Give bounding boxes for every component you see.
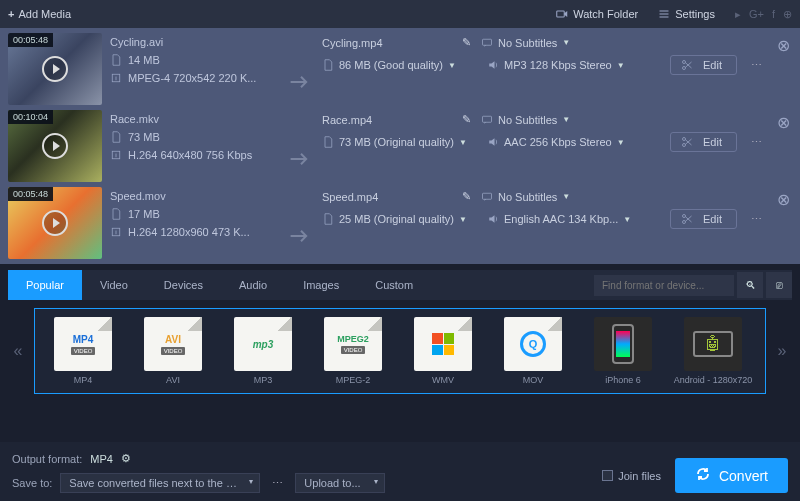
output-estimate-dropdown[interactable]: 25 MB (Original quality) ▼	[322, 213, 477, 225]
plus-icon: +	[8, 8, 14, 20]
svg-rect-0	[557, 11, 565, 17]
edit-button[interactable]: Edit	[670, 209, 737, 229]
more-options-button[interactable]: ⋯	[747, 59, 766, 72]
detect-device-button[interactable]: ⎚	[766, 272, 792, 298]
preset-avi[interactable]: AVIVIDEO AVI	[131, 317, 215, 385]
svg-rect-6	[483, 116, 492, 122]
play-overlay[interactable]	[8, 187, 102, 259]
svg-point-7	[683, 138, 686, 141]
globe-icon[interactable]: ⊕	[783, 8, 792, 21]
preset-mov[interactable]: Q MOV	[491, 317, 575, 385]
more-options-button[interactable]: ⋯	[747, 136, 766, 149]
edit-label: Edit	[703, 59, 722, 71]
subtitles-dropdown[interactable]: No Subtitles ▼	[481, 114, 570, 126]
bottom-bar: Output format: MP4 ⚙ Save to: Save conve…	[0, 442, 800, 501]
preset-sub: VIDEO	[161, 347, 186, 355]
play-overlay[interactable]	[8, 110, 102, 182]
preset-label: iPhone 6	[581, 375, 665, 385]
output-estimate-dropdown[interactable]: 86 MB (Good quality) ▼	[322, 59, 477, 71]
preset-label: MP3	[221, 375, 305, 385]
tab-custom[interactable]: Custom	[357, 270, 431, 300]
preset-label: AVI	[131, 375, 215, 385]
windows-icon	[432, 333, 454, 355]
source-size: 73 MB	[128, 131, 160, 143]
rename-icon[interactable]: ✎	[462, 36, 471, 49]
scissors-icon	[681, 136, 693, 148]
preset-mpeg2[interactable]: MPEG2VIDEO MPEG-2	[311, 317, 395, 385]
googleplus-icon[interactable]: G+	[749, 8, 764, 21]
subtitles-dropdown[interactable]: No Subtitles ▼	[481, 191, 570, 203]
save-to-dropdown[interactable]: Save converted files next to the o...	[60, 473, 260, 493]
audio-track-dropdown[interactable]: MP3 128 Kbps Stereo ▼	[487, 59, 637, 71]
output-estimate: 86 MB (Good quality)	[339, 59, 443, 71]
edit-button[interactable]: Edit	[670, 132, 737, 152]
chevron-down-icon: ▼	[617, 61, 625, 70]
quicktime-icon: Q	[520, 331, 546, 357]
settings-button[interactable]: Settings	[648, 4, 725, 24]
speaker-icon	[487, 213, 499, 225]
video-thumbnail[interactable]: 00:10:04	[8, 110, 102, 182]
info-icon	[110, 226, 122, 238]
source-info: Cycling.avi 14 MB MPEG-4 720x542 220 K..…	[110, 33, 280, 105]
preset-mp3[interactable]: mp3 MP3	[221, 317, 305, 385]
source-filename: Race.mkv	[110, 113, 159, 125]
scissors-icon	[681, 59, 693, 71]
presets-next-button[interactable]: »	[772, 342, 792, 360]
preset-search-input[interactable]	[594, 275, 734, 296]
iphone-icon	[612, 324, 634, 364]
edit-button[interactable]: Edit	[670, 55, 737, 75]
remove-item-button[interactable]: ⊗	[774, 110, 792, 132]
audio-track-dropdown[interactable]: English AAC 134 Kbp... ▼	[487, 213, 637, 225]
preset-tabs: Popular Video Devices Audio Images Custo…	[8, 270, 792, 300]
remove-item-button[interactable]: ⊗	[774, 187, 792, 209]
more-options-button[interactable]: ⋯	[747, 213, 766, 226]
audio-label: AAC 256 Kbps Stereo	[504, 136, 612, 148]
add-media-button[interactable]: + Add Media	[8, 8, 71, 20]
upload-to-dropdown[interactable]: Upload to...	[295, 473, 385, 493]
remove-item-button[interactable]: ⊗	[774, 33, 792, 55]
facebook-icon[interactable]: f	[772, 8, 775, 21]
browse-folder-button[interactable]: ⋯	[268, 477, 287, 490]
refresh-icon	[695, 466, 711, 485]
preset-iphone6[interactable]: iPhone 6	[581, 317, 665, 385]
watch-folder-label: Watch Folder	[573, 8, 638, 20]
audio-track-dropdown[interactable]: AAC 256 Kbps Stereo ▼	[487, 136, 637, 148]
youtube-icon[interactable]: ▸	[735, 8, 741, 21]
play-overlay[interactable]	[8, 33, 102, 105]
presets-prev-button[interactable]: «	[8, 342, 28, 360]
rename-icon[interactable]: ✎	[462, 190, 471, 203]
rename-icon[interactable]: ✎	[462, 113, 471, 126]
preset-wmv[interactable]: WMV	[401, 317, 485, 385]
video-thumbnail[interactable]: 00:05:48	[8, 33, 102, 105]
tab-audio[interactable]: Audio	[221, 270, 285, 300]
file-icon	[110, 131, 122, 143]
subtitles-label: No Subtitles	[498, 114, 557, 126]
search-button[interactable]: 🔍︎	[737, 272, 763, 298]
subtitle-icon	[481, 114, 493, 126]
gear-icon[interactable]: ⚙	[121, 452, 131, 465]
tab-devices[interactable]: Devices	[146, 270, 221, 300]
preset-android[interactable]: 🤖︎ Android - 1280x720	[671, 317, 755, 385]
preset-label: MPEG-2	[311, 375, 395, 385]
tab-video[interactable]: Video	[82, 270, 146, 300]
source-info: Race.mkv 73 MB H.264 640x480 756 Kbps	[110, 110, 280, 182]
file-icon	[322, 213, 334, 225]
watch-folder-button[interactable]: Watch Folder	[546, 4, 648, 24]
preset-badge: MPEG2	[337, 334, 369, 344]
svg-point-12	[683, 221, 686, 224]
output-estimate-dropdown[interactable]: 73 MB (Original quality) ▼	[322, 136, 477, 148]
subtitles-dropdown[interactable]: No Subtitles ▼	[481, 37, 570, 49]
convert-button[interactable]: Convert	[675, 458, 788, 493]
video-thumbnail[interactable]: 00:05:48	[8, 187, 102, 259]
tab-images[interactable]: Images	[285, 270, 357, 300]
preset-badge: AVI	[165, 334, 181, 345]
preset-list: MP4VIDEO MP4 AVIVIDEO AVI mp3 MP3 MPEG2V…	[34, 308, 766, 394]
preset-mp4[interactable]: MP4VIDEO MP4	[41, 317, 125, 385]
join-files-checkbox[interactable]: Join files	[602, 470, 661, 482]
tab-popular[interactable]: Popular	[8, 270, 82, 300]
chevron-down-icon: ▼	[448, 61, 456, 70]
preset-sub: VIDEO	[341, 346, 366, 354]
subtitle-icon	[481, 37, 493, 49]
output-filename: Speed.mp4	[322, 191, 452, 203]
preset-sub: VIDEO	[71, 347, 96, 355]
